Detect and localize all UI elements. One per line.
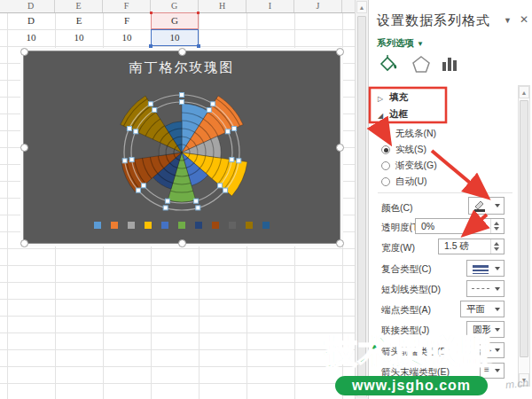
arrow-begin-dropdown[interactable]: → bbox=[480, 342, 505, 358]
point-selection-handle bbox=[230, 158, 234, 162]
point-selection-handle bbox=[180, 100, 184, 105]
join-type-dropdown[interactable]: 圆形 bbox=[466, 321, 505, 338]
column-header[interactable]: G bbox=[151, 0, 199, 12]
column-header[interactable]: H bbox=[199, 0, 246, 12]
column-header[interactable]: J bbox=[294, 0, 342, 12]
excel-window: DEFGHIJ DEFG10101010 南丁格尔玫瑰图 ▲ ▼ 设置数据系列格… bbox=[0, 0, 532, 399]
series-options-selector[interactable]: 系列选项 ▼ bbox=[377, 37, 424, 50]
point-selection-handle bbox=[153, 108, 157, 113]
chart-frame-handle[interactable] bbox=[178, 239, 186, 247]
legend-swatch[interactable] bbox=[128, 222, 135, 229]
chart-frame-handle[interactable] bbox=[20, 144, 28, 152]
dash-line-icon bbox=[472, 288, 489, 289]
point-selection-handle bbox=[232, 127, 237, 131]
sheet-cell[interactable]: 10 bbox=[151, 29, 199, 46]
sheet-cell[interactable]: D bbox=[7, 12, 55, 29]
radio-no-line[interactable] bbox=[381, 129, 390, 138]
point-selection-handle bbox=[196, 206, 200, 210]
sheet-cell[interactable]: 10 bbox=[55, 29, 103, 46]
spreadsheet-grid[interactable]: DEFGHIJ DEFG10101010 南丁格尔玫瑰图 bbox=[0, 0, 355, 399]
width-input[interactable]: 1.5 磅 bbox=[438, 239, 505, 254]
point-selection-handle bbox=[165, 199, 169, 203]
join-type-label: 联接类型(J) bbox=[381, 325, 429, 337]
legend-swatch[interactable] bbox=[246, 222, 253, 229]
scrollbar-thumb[interactable] bbox=[357, 16, 366, 379]
sheet-cell[interactable]: E bbox=[55, 12, 103, 29]
line-color-button[interactable] bbox=[468, 197, 505, 215]
scroll-down-icon[interactable]: ▼ bbox=[356, 385, 367, 397]
point-selection-handle bbox=[163, 206, 168, 210]
pane-vertical-scrollbar[interactable]: ▲ ▼ bbox=[518, 85, 530, 387]
chart-frame-handle[interactable] bbox=[336, 48, 344, 56]
legend-swatch[interactable] bbox=[94, 222, 101, 229]
legend-swatch[interactable] bbox=[111, 222, 118, 229]
spinner[interactable] bbox=[490, 219, 503, 233]
spinner[interactable] bbox=[490, 239, 503, 254]
pane-collapse-icon[interactable]: ▼ bbox=[504, 16, 512, 25]
legend-swatch[interactable] bbox=[262, 222, 270, 229]
color-label: 颜色(C) bbox=[381, 202, 413, 215]
sheet-cell[interactable]: G bbox=[151, 12, 199, 29]
chevron-down-icon: ▼ bbox=[417, 40, 424, 48]
transparency-input[interactable]: 0% bbox=[415, 218, 505, 234]
scroll-up-icon[interactable]: ▲ bbox=[519, 86, 529, 98]
border-section-header[interactable]: 边框 bbox=[389, 108, 408, 121]
legend-swatch[interactable] bbox=[161, 222, 168, 229]
chart-frame-handle[interactable] bbox=[20, 48, 28, 56]
pane-title: 设置数据系列格式 bbox=[377, 12, 490, 29]
chart-frame-handle[interactable] bbox=[178, 48, 186, 56]
column-header[interactable]: E bbox=[55, 0, 103, 12]
sheet-cell[interactable]: F bbox=[103, 12, 151, 29]
column-header[interactable]: D bbox=[7, 0, 55, 12]
scrollbar-thumb[interactable] bbox=[520, 100, 528, 357]
arrow-begin-type-label: 箭头前端类型(B) bbox=[381, 346, 450, 358]
legend-swatch[interactable] bbox=[178, 222, 185, 229]
compound-type-dropdown[interactable] bbox=[466, 260, 505, 277]
point-selection-handle bbox=[136, 188, 140, 192]
gradient-line-label[interactable]: 渐变线(G) bbox=[395, 160, 437, 172]
automatic-label[interactable]: 自动(U) bbox=[395, 176, 427, 188]
chart-legend[interactable] bbox=[24, 222, 340, 229]
chart-frame-handle[interactable] bbox=[20, 239, 28, 247]
legend-swatch[interactable] bbox=[195, 222, 202, 229]
chevron-down-icon bbox=[495, 348, 500, 352]
effects-tab-pentagon-icon[interactable] bbox=[411, 53, 432, 74]
chart-object[interactable]: 南丁格尔玫瑰图 bbox=[23, 51, 340, 244]
dash-type-dropdown[interactable] bbox=[466, 280, 505, 297]
chevron-down-icon bbox=[495, 369, 500, 372]
radio-gradient-line[interactable] bbox=[381, 161, 390, 170]
point-selection-handle bbox=[207, 108, 211, 113]
point-selection-handle bbox=[122, 159, 127, 163]
sheet-cell[interactable]: 10 bbox=[7, 29, 55, 46]
pane-close-icon[interactable]: ✕ bbox=[520, 13, 528, 26]
legend-swatch[interactable] bbox=[229, 222, 236, 229]
chart-frame-handle[interactable] bbox=[336, 144, 344, 152]
cap-type-dropdown[interactable]: 平面 bbox=[460, 301, 505, 317]
scroll-up-icon[interactable]: ▲ bbox=[356, 1, 367, 13]
transparency-slider[interactable] bbox=[411, 223, 411, 231]
sheet-cell[interactable]: 10 bbox=[103, 29, 151, 46]
radio-automatic[interactable] bbox=[381, 177, 390, 186]
legend-swatch[interactable] bbox=[145, 222, 152, 229]
point-selection-handle bbox=[218, 184, 223, 188]
arrow-end-dropdown[interactable]: ≡ bbox=[480, 363, 505, 379]
collapsed-triangle-icon[interactable]: ▷ bbox=[378, 95, 383, 103]
rose-chart-svg[interactable] bbox=[24, 51, 340, 220]
point-selection-handle bbox=[180, 93, 184, 98]
column-header[interactable]: F bbox=[103, 0, 151, 12]
expanded-triangle-icon[interactable]: ◢ bbox=[378, 112, 383, 120]
point-selection-handle bbox=[211, 102, 215, 106]
no-line-label[interactable]: 无线条(N) bbox=[395, 128, 436, 140]
solid-line-label[interactable]: 实线(S) bbox=[395, 144, 426, 156]
radio-solid-line[interactable] bbox=[381, 145, 390, 154]
fill-line-tab-paint-bucket-icon[interactable] bbox=[377, 53, 398, 74]
legend-swatch[interactable] bbox=[212, 222, 219, 229]
column-header[interactable]: I bbox=[246, 0, 294, 12]
fill-section-header[interactable]: 填充 bbox=[389, 91, 408, 104]
chart-frame-handle[interactable] bbox=[336, 239, 344, 247]
width-label: 宽度(W) bbox=[381, 242, 415, 254]
pen-color-icon bbox=[473, 200, 487, 212]
series-options-tab-bar-chart-icon[interactable] bbox=[439, 53, 460, 74]
sheet-vertical-scrollbar[interactable]: ▲ ▼ bbox=[355, 0, 369, 399]
compound-type-label: 复合类型(C) bbox=[381, 263, 432, 276]
